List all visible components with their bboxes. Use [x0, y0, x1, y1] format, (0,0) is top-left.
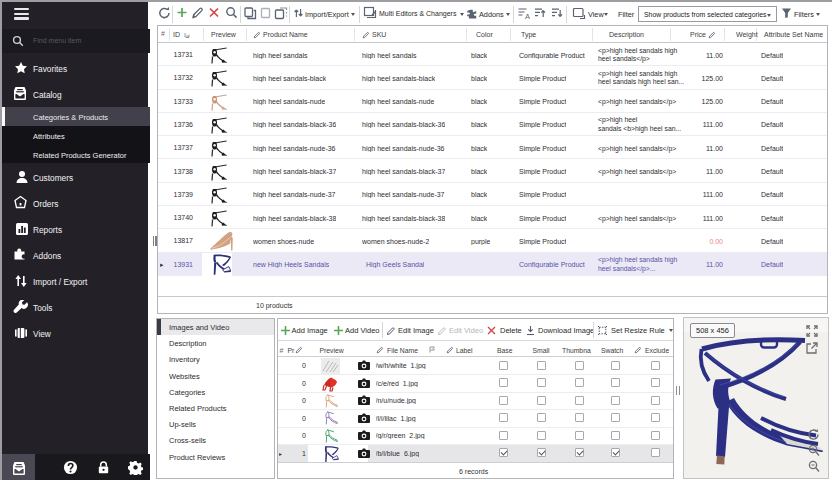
svg-text:A: A — [525, 12, 530, 20]
